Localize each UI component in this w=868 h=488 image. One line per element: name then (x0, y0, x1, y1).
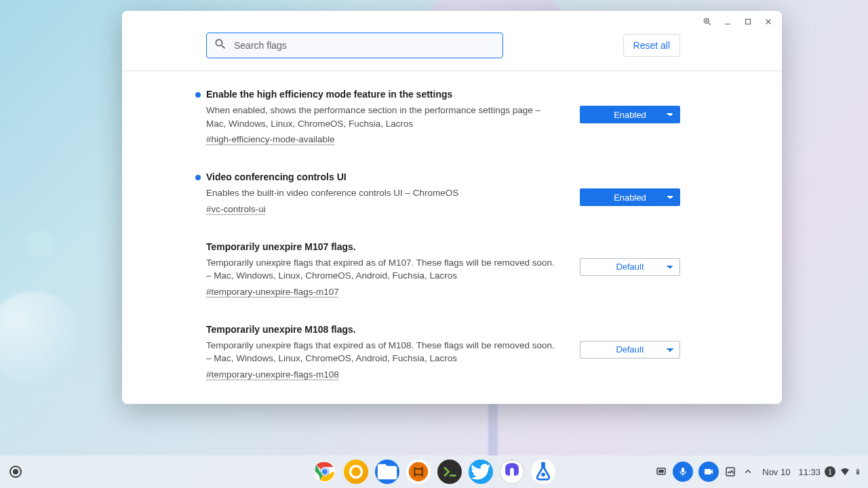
terminal-icon[interactable] (437, 460, 462, 484)
minimize-button[interactable] (722, 16, 733, 27)
svg-point-11 (351, 466, 362, 478)
flag-anchor-link[interactable]: #high-efficiency-mode-available (206, 134, 561, 144)
flag-row: Temporarily unexpire M107 flags.Temporar… (206, 241, 680, 297)
system-tray[interactable]: Nov 10 11:33 1 (655, 462, 861, 482)
wallpaper-blob (27, 230, 54, 258)
flag-select-wrap: DefaultEnabledDisabled (580, 104, 680, 125)
flag-state-select[interactable]: DefaultEnabledDisabled (580, 341, 680, 359)
app-icon[interactable] (406, 460, 431, 484)
svg-point-13 (542, 474, 545, 476)
wallpaper-blob (0, 291, 81, 386)
flag-description: Temporarily unexpire flags that expired … (206, 256, 559, 283)
twitter-icon[interactable] (469, 460, 493, 484)
close-button[interactable] (763, 16, 774, 27)
flag-title: Video conferencing controls UI (206, 171, 561, 182)
shelf-pinned-apps (313, 460, 555, 484)
svg-point-12 (409, 462, 428, 481)
mic-button[interactable] (673, 462, 693, 482)
flag-text: Video conferencing controls UIEnables th… (206, 171, 561, 214)
flag-anchor-link[interactable]: #vc-controls-ui (206, 204, 561, 214)
battery-icon (854, 466, 861, 478)
flag-row: Temporarily unexpire M108 flags.Temporar… (206, 324, 680, 380)
files-icon[interactable] (375, 460, 399, 484)
flag-state-select[interactable]: DefaultEnabledDisabled (580, 188, 680, 206)
flags-list[interactable]: Enable the high efficiency mode feature … (122, 71, 782, 404)
flag-state-select[interactable]: DefaultEnabledDisabled (580, 106, 680, 123)
flag-title: Enable the high efficiency mode feature … (206, 89, 561, 100)
flag-select-wrap: DefaultEnabledDisabled (580, 256, 680, 278)
flag-row: Enable the high efficiency mode feature … (206, 89, 680, 144)
window-titlebar (122, 11, 782, 33)
app-icon[interactable] (344, 460, 368, 484)
svg-rect-19 (857, 471, 859, 474)
tray-time: 11:33 (798, 467, 821, 477)
flag-text: Temporarily unexpire M107 flags.Temporar… (206, 241, 561, 297)
flag-row: Video conferencing controls UIEnables th… (206, 171, 680, 214)
svg-point-10 (321, 468, 328, 475)
flag-select-wrap: DefaultEnabledDisabled (580, 186, 680, 208)
maximize-button[interactable] (743, 16, 753, 27)
flag-state-select[interactable]: DefaultEnabledDisabled (580, 258, 680, 276)
tray-date: Nov 10 (762, 467, 790, 477)
launcher-button[interactable] (9, 466, 22, 478)
svg-rect-16 (726, 468, 734, 476)
flag-title: Temporarily unexpire M108 flags. (206, 324, 561, 335)
flags-window: Reset all Enable the high efficiency mod… (122, 11, 782, 404)
svg-rect-18 (857, 469, 859, 470)
search-box[interactable] (206, 33, 503, 58)
reset-all-button[interactable]: Reset all (623, 34, 680, 57)
shelf: Nov 10 11:33 1 (0, 455, 868, 488)
cast-icon[interactable] (655, 466, 667, 478)
search-input[interactable] (234, 40, 496, 51)
flag-description: Temporarily unexpire flags that expired … (206, 339, 559, 365)
flag-anchor-link[interactable]: #temporary-unexpire-flags-m108 (206, 369, 561, 380)
wifi-icon (840, 466, 850, 478)
modified-dot-icon (195, 175, 201, 180)
camera-button[interactable] (698, 462, 719, 482)
mastodon-icon[interactable] (500, 460, 524, 484)
flag-description: Enables the built-in video conference co… (206, 186, 559, 200)
flag-text: Temporarily unexpire M108 flags.Temporar… (206, 324, 561, 380)
chrome-icon[interactable] (313, 460, 337, 484)
svg-rect-15 (659, 470, 665, 473)
svg-rect-5 (746, 20, 751, 24)
flag-description: When enabled, shows the performance sect… (206, 104, 559, 130)
notification-badge[interactable]: 1 (825, 466, 835, 477)
search-row: Reset all (122, 33, 782, 71)
flag-anchor-link[interactable]: #temporary-unexpire-flags-m107 (206, 287, 561, 297)
wallpaper-icon[interactable] (724, 466, 736, 478)
svg-line-1 (709, 23, 711, 25)
flag-title: Temporarily unexpire M107 flags. (206, 241, 561, 252)
chevron-up-icon[interactable] (742, 466, 754, 478)
search-icon (214, 37, 227, 54)
modified-dot-icon (195, 92, 201, 98)
flag-select-wrap: DefaultEnabledDisabled (580, 339, 680, 361)
zoom-icon[interactable] (702, 16, 713, 27)
flag-text: Enable the high efficiency mode feature … (206, 89, 561, 144)
flask-icon[interactable] (531, 460, 555, 484)
